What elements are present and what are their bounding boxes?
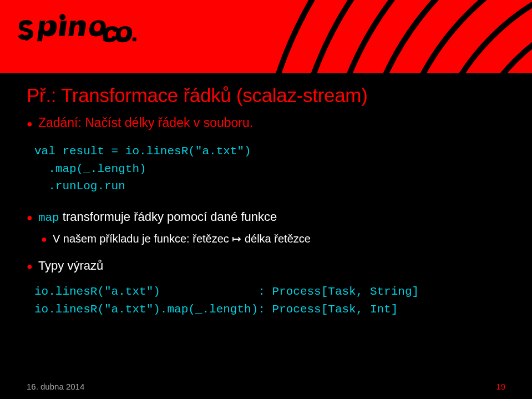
assignment-text: Zadání: Načíst délky řádek v souboru.	[38, 115, 253, 130]
subbullet-text: V našem příkladu je funkce: řetězec ↦ dé…	[53, 232, 311, 245]
slide-content: Př.: Transformace řádků (scalaz-stream) …	[0, 73, 532, 319]
svg-point-0	[59, 14, 65, 20]
svg-rect-1	[103, 38, 107, 42]
decorative-rings	[155, 0, 532, 73]
spinoco-logo	[18, 10, 136, 48]
bullet-text: Typy výrazů	[38, 259, 103, 273]
code-snippet-types: io.linesR("a.txt") : Process[Task, Strin…	[34, 283, 505, 319]
slide-header	[0, 0, 532, 73]
slide-footer: 16. dubna 2014 19	[27, 382, 505, 391]
bullet-icon: ●	[27, 213, 33, 223]
bullet-list: ● map transformuje řádky pomocí dané fun…	[27, 210, 505, 274]
slide-title: Př.: Transformace řádků (scalaz-stream)	[27, 84, 505, 107]
code-snippet-1: val result = io.linesR("a.txt") .map(_.l…	[34, 143, 505, 195]
bullet-text: map transformuje řádky pomocí dané funkc…	[38, 210, 277, 224]
bullet-icon: ●	[27, 261, 33, 271]
footer-date: 16. dubna 2014	[27, 382, 84, 391]
footer-page-number: 19	[496, 382, 505, 391]
bullet-icon: ●	[27, 119, 33, 129]
svg-rect-2	[133, 38, 136, 42]
list-item: ● V našem příkladu je funkce: řetězec ↦ …	[41, 232, 505, 248]
assignment-row: ● Zadání: Načíst délky řádek v souboru.	[27, 115, 505, 130]
list-item: ● Typy výrazů	[27, 259, 505, 274]
bullet-icon: ●	[41, 234, 47, 244]
list-item: ● map transformuje řádky pomocí dané fun…	[27, 210, 505, 225]
